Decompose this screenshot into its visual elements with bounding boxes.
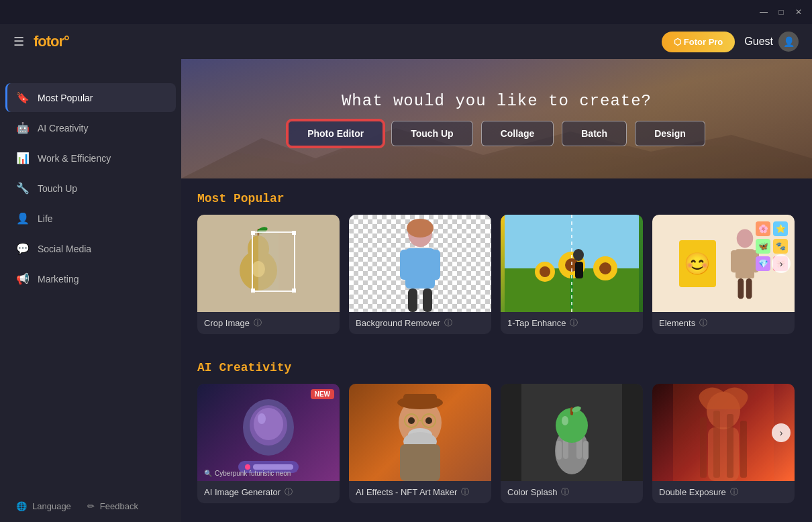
touch-up-btn[interactable]: Touch Up [391, 121, 473, 146]
photo-editor-btn[interactable]: Photo Editor [288, 121, 383, 146]
hero-buttons: Photo Editor Touch Up Collage Batch Desi… [288, 121, 705, 146]
topbar-right: ⬡ Fotor Pro Guest 👤 [662, 32, 799, 52]
ai-effects-label: AI Effects - NFT Art Maker ⓘ [349, 481, 491, 503]
svg-rect-56 [583, 441, 589, 460]
svg-rect-32 [746, 278, 752, 299]
design-btn[interactable]: Design [635, 121, 705, 146]
svg-point-44 [425, 417, 432, 424]
bg-remover-label: Background Remover ⓘ [349, 312, 491, 334]
topbar: ☰ fotor° ⬡ Fotor Pro Guest 👤 [0, 24, 812, 59]
enhance-card[interactable]: 1-Tap Enhance ⓘ [501, 215, 643, 334]
sidebar-item-ai-creativity[interactable]: 🤖 AI Creativity [5, 113, 176, 142]
batch-btn[interactable]: Batch [562, 121, 627, 146]
ai-creativity-cards-row: NEW [197, 384, 796, 503]
sidebar-label-touch-up: Touch Up [38, 183, 77, 194]
most-popular-next-arrow[interactable]: › [772, 254, 791, 273]
crop-image-card[interactable]: Crop Image ⓘ [197, 215, 340, 334]
guest-area[interactable]: Guest 👤 [744, 32, 799, 52]
svg-rect-11 [431, 250, 440, 280]
elements-label: Elements ⓘ [652, 312, 795, 334]
ai-gen-thumbnail: NEW [197, 384, 340, 481]
ai-gen-sublabel: 🔍 Cyberpunk futuristic neon [204, 470, 291, 477]
sidebar-label-life: Life [38, 213, 53, 224]
sidebar-item-social-media[interactable]: 💬 Social Media [5, 234, 176, 263]
pro-button[interactable]: ⬡ Fotor Pro [662, 32, 735, 52]
language-label: Language [32, 501, 71, 511]
sidebar-item-most-popular[interactable]: 🔖 Most Popular [5, 83, 176, 112]
color-splash-svg [521, 384, 622, 481]
svg-point-43 [408, 417, 415, 424]
most-popular-cards-row: Crop Image ⓘ [197, 215, 796, 334]
titlebar: — □ ✕ [0, 0, 812, 24]
ai-effects-info-icon[interactable]: ⓘ [461, 486, 469, 498]
guest-label: Guest [744, 36, 773, 48]
enhance-info-icon[interactable]: ⓘ [570, 317, 578, 329]
enhance-label: 1-Tap Enhance ⓘ [501, 312, 643, 334]
main-inner: What would you like to create? Photo Edi… [181, 59, 812, 517]
ai-generator-card[interactable]: NEW [197, 384, 340, 503]
crop-visual [232, 223, 305, 304]
collage-btn[interactable]: Collage [481, 121, 554, 146]
double-exp-info-icon[interactable]: ⓘ [730, 486, 738, 498]
feedback-item[interactable]: ✏ Feedback [87, 501, 138, 511]
svg-rect-9 [405, 248, 435, 289]
app-body: 🔖 Most Popular 🤖 AI Creativity 📊 Work & … [0, 24, 812, 522]
logo: fotor° [34, 33, 69, 50]
double-exp-svg [673, 384, 774, 481]
ai-gen-info-icon[interactable]: ⓘ [285, 486, 293, 498]
most-popular-section: Most Popular [181, 178, 812, 348]
bookmark-icon: 🔖 [16, 91, 30, 104]
crop-info-icon[interactable]: ⓘ [254, 317, 262, 329]
main-content: What would you like to create? Photo Edi… [181, 24, 812, 522]
ai-gen-label: AI Image Generator ⓘ [197, 481, 340, 503]
svg-rect-42 [403, 394, 437, 407]
svg-point-21 [540, 266, 550, 277]
crop-image-thumbnail [197, 215, 340, 312]
crop-overlay [252, 231, 295, 292]
svg-rect-12 [408, 289, 417, 312]
crop-image-label: Crop Image ⓘ [197, 312, 340, 334]
color-splash-label: Color Splash ⓘ [501, 481, 643, 503]
ai-creativity-title: AI Creativity [197, 361, 796, 374]
feedback-label: Feedback [100, 501, 138, 511]
sidebar-label-ai-creativity: AI Creativity [38, 123, 88, 134]
minimize-button[interactable]: — [758, 7, 769, 17]
enhance-svg [505, 215, 639, 312]
sidebar: 🔖 Most Popular 🤖 AI Creativity 📊 Work & … [0, 24, 181, 522]
svg-point-60 [562, 416, 568, 425]
double-exposure-card[interactable]: Double Exposure ⓘ [652, 384, 795, 503]
svg-rect-13 [423, 289, 432, 312]
feedback-icon: ✏ [87, 501, 95, 511]
maximize-button[interactable]: □ [776, 7, 786, 17]
language-icon: 🌐 [16, 501, 27, 511]
bg-remover-info-icon[interactable]: ⓘ [444, 317, 452, 329]
svg-rect-50 [400, 444, 440, 481]
social-icon: 💬 [16, 242, 30, 255]
ai-effects-card[interactable]: AI Effects - NFT Art Maker ⓘ [349, 384, 491, 503]
svg-point-23 [599, 262, 611, 274]
sidebar-item-work-efficiency[interactable]: 📊 Work & Efficiency [5, 144, 176, 172]
smiley-element: 😊 [679, 240, 716, 287]
ai-icon: 🤖 [16, 121, 30, 134]
svg-point-36 [258, 413, 266, 424]
sidebar-item-marketing[interactable]: 📢 Marketing [5, 264, 176, 293]
elements-card[interactable]: 😊 [652, 215, 795, 334]
hero-banner: What would you like to create? Photo Edi… [181, 59, 812, 178]
titlebar-controls: — □ ✕ [758, 7, 804, 17]
language-item[interactable]: 🌐 Language [16, 501, 71, 511]
background-remover-card[interactable]: Background Remover ⓘ [349, 215, 491, 334]
sidebar-item-touch-up[interactable]: 🔧 Touch Up [5, 174, 176, 203]
elements-info-icon[interactable]: ⓘ [699, 317, 707, 329]
enhance-thumbnail [501, 215, 643, 312]
hamburger-icon[interactable]: ☰ [13, 34, 24, 49]
color-splash-card[interactable]: Color Splash ⓘ [501, 384, 643, 503]
most-popular-title: Most Popular [197, 192, 796, 205]
close-button[interactable]: ✕ [793, 7, 804, 17]
ai-creativity-next-arrow[interactable]: › [772, 423, 791, 442]
svg-rect-29 [731, 250, 738, 272]
svg-rect-67 [673, 384, 774, 481]
portrait-svg [370, 384, 470, 481]
topbar-left: ☰ fotor° [13, 33, 69, 50]
color-splash-info-icon[interactable]: ⓘ [561, 486, 569, 498]
sidebar-item-life[interactable]: 👤 Life [5, 204, 176, 233]
